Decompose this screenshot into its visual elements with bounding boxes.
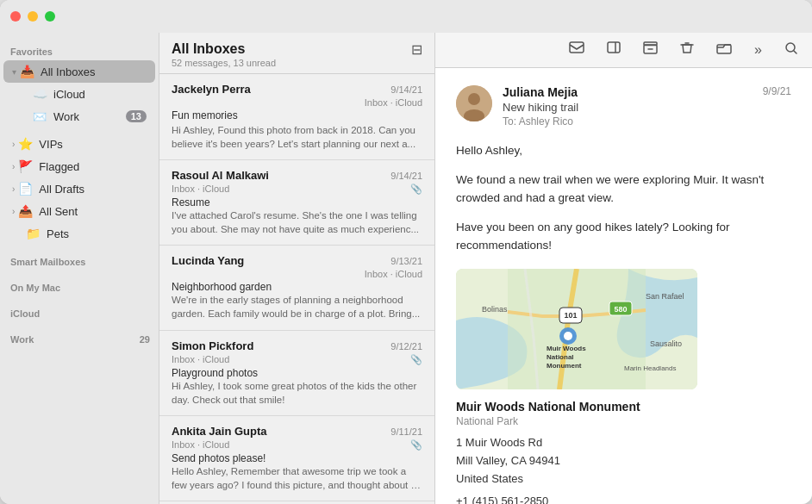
message-sender: Lucinda Yang	[172, 254, 244, 267]
message-item[interactable]: Jackelyn Perra 9/14/21 Inbox · iCloud Fu…	[159, 74, 434, 160]
fullscreen-button[interactable]	[45, 11, 55, 22]
message-row2: Fun memories	[172, 109, 422, 121]
sidebar-item-label: VIPs	[39, 138, 147, 151]
email-sender-name: Juliana Mejia	[503, 85, 763, 99]
more-icon[interactable]: »	[751, 39, 765, 61]
message-date: 9/11/21	[390, 426, 422, 437]
title-bar	[0, 0, 812, 33]
svg-rect-3	[644, 42, 657, 46]
star-icon: ⭐	[16, 135, 34, 152]
icloud-section-label: iCloud	[0, 302, 159, 322]
inbox-icon: 📥	[18, 63, 35, 80]
svg-text:National: National	[547, 353, 574, 361]
message-list-subtitle: 52 messages, 13 unread	[172, 58, 276, 68]
move-icon[interactable]	[713, 38, 735, 62]
sidebar-item-all-inboxes[interactable]: ▾ 📥 All Inboxes	[3, 60, 155, 83]
close-button[interactable]	[10, 11, 21, 22]
sidebar-item-pets[interactable]: 📁 Pets	[3, 222, 155, 245]
message-row1: Simon Pickford 9/12/21	[172, 339, 422, 352]
message-date: 9/12/21	[390, 341, 422, 352]
message-meta: Inbox · iCloud	[172, 269, 422, 279]
message-date: 9/14/21	[390, 84, 422, 95]
trash-icon[interactable]	[677, 38, 697, 62]
email-body-line1: Hello Ashley,	[456, 141, 791, 160]
svg-text:Muir Woods: Muir Woods	[547, 345, 586, 352]
sent-icon: 📤	[16, 202, 34, 220]
message-date: 9/13/21	[390, 256, 422, 266]
location-card: Muir Woods National Monument National Pa…	[456, 400, 791, 504]
sidebar-item-label: Pets	[47, 227, 147, 240]
minimize-button[interactable]	[28, 11, 38, 22]
reply-icon[interactable]	[565, 38, 588, 62]
location-phone: +1 (415) 561-2850	[456, 495, 791, 504]
avatar	[456, 85, 492, 121]
filter-icon[interactable]: ⊟	[411, 41, 422, 58]
message-preview: I've attached Carol's resume. She's the …	[172, 208, 422, 236]
svg-text:Marin Headlands: Marin Headlands	[624, 364, 676, 372]
icloud-icon: ☁️	[31, 85, 48, 103]
email-subject-line: New hiking trail	[503, 101, 763, 114]
svg-rect-1	[608, 42, 620, 53]
message-subject: Neighborhood garden	[172, 281, 422, 293]
work-badge: 13	[126, 110, 147, 122]
address-line2: Mill Valley, CA 94941	[456, 454, 560, 467]
message-row1: Lucinda Yang 9/13/21	[172, 254, 422, 267]
sidebar-item-vips[interactable]: › ⭐ VIPs	[3, 133, 155, 155]
main-content: Favorites ▾ 📥 All Inboxes ☁️ iCloud ✉️ W…	[0, 33, 812, 504]
message-sender: Ankita Jain Gupta	[172, 425, 267, 438]
message-preview: Hi Ashley, Found this photo from back in…	[172, 123, 422, 151]
sidebar-item-work[interactable]: ✉️ Work 13	[3, 105, 155, 128]
favorites-label: Favorites	[0, 40, 159, 60]
work-icon: ✉️	[31, 108, 48, 125]
svg-point-16	[564, 332, 572, 340]
location-address: 1 Muir Woods Rd Mill Valley, CA 94941 Un…	[456, 434, 791, 488]
message-item[interactable]: Rasoul Al Malkawi 9/14/21 Inbox · iCloud…	[159, 160, 434, 246]
search-icon[interactable]	[781, 38, 802, 62]
message-meta: Inbox · iCloud📎	[172, 439, 422, 451]
email-date: 9/9/21	[763, 85, 791, 97]
email-body: Hello Ashley, We found a new trail when …	[456, 141, 791, 255]
svg-text:Bolinas: Bolinas	[482, 305, 508, 314]
sidebar-item-label: Work	[53, 110, 126, 123]
message-sender: Simon Pickford	[172, 339, 253, 352]
chevron-right-icon: ›	[12, 207, 15, 216]
sidebar-item-label: All Inboxes	[41, 65, 147, 78]
message-item[interactable]: Lucinda Yang 9/13/21 Inbox · iCloud Neig…	[159, 246, 434, 330]
message-row1: Jackelyn Perra 9/14/21	[172, 83, 422, 96]
message-row1: Ankita Jain Gupta 9/11/21	[172, 425, 422, 438]
chevron-down-icon: ▾	[12, 67, 16, 77]
email-body-line2: We found a new trail when we were explor…	[456, 171, 791, 208]
message-item[interactable]: Ankita Jain Gupta 9/11/21 Inbox · iCloud…	[159, 416, 434, 501]
compose-icon[interactable]	[603, 38, 624, 62]
message-item[interactable]: Simon Pickford 9/12/21 Inbox · iCloud📎 P…	[159, 331, 434, 416]
work-section-label: Work 29	[0, 327, 159, 348]
email-viewer: Juliana Mejia New hiking trail To: Ashle…	[435, 68, 812, 504]
sidebar-item-all-drafts[interactable]: › 📄 All Drafts	[3, 177, 155, 200]
archive-icon[interactable]	[640, 38, 661, 62]
attachment-icon: 📎	[410, 184, 422, 195]
on-my-mac-label: On My Mac	[0, 276, 159, 296]
messages-container: Jackelyn Perra 9/14/21 Inbox · iCloud Fu…	[159, 74, 434, 504]
message-date: 9/14/21	[390, 171, 422, 181]
email-toolbar: »	[435, 33, 812, 68]
sidebar-item-all-sent[interactable]: › 📤 All Sent	[3, 200, 155, 222]
chevron-right-icon: ›	[12, 184, 15, 194]
message-row1: Rasoul Al Malkawi 9/14/21	[172, 169, 422, 182]
email-meta: Juliana Mejia New hiking trail To: Ashle…	[503, 85, 763, 128]
email-panel: »	[435, 33, 812, 504]
message-list-title: All Inboxes	[172, 41, 276, 57]
address-line1: 1 Muir Woods Rd	[456, 436, 542, 449]
location-type: National Park	[456, 415, 791, 427]
svg-text:Monument: Monument	[547, 362, 582, 370]
sidebar-item-label: All Sent	[39, 205, 147, 218]
message-subject: Resume	[172, 196, 422, 208]
message-subject: Playground photos	[172, 367, 422, 379]
message-sender: Jackelyn Perra	[172, 83, 251, 96]
sidebar-item-flagged[interactable]: › 🚩 Flagged	[3, 155, 155, 177]
flag-icon: 🚩	[16, 158, 34, 175]
svg-rect-0	[570, 42, 584, 53]
map-container[interactable]: 101 580 Bolinas San Rafael Sausalito Mui…	[456, 269, 697, 389]
map-svg: 101 580 Bolinas San Rafael Sausalito Mui…	[456, 269, 697, 389]
message-list-header: All Inboxes 52 messages, 13 unread ⊟	[159, 33, 434, 74]
sidebar-item-icloud[interactable]: ☁️ iCloud	[3, 83, 155, 105]
